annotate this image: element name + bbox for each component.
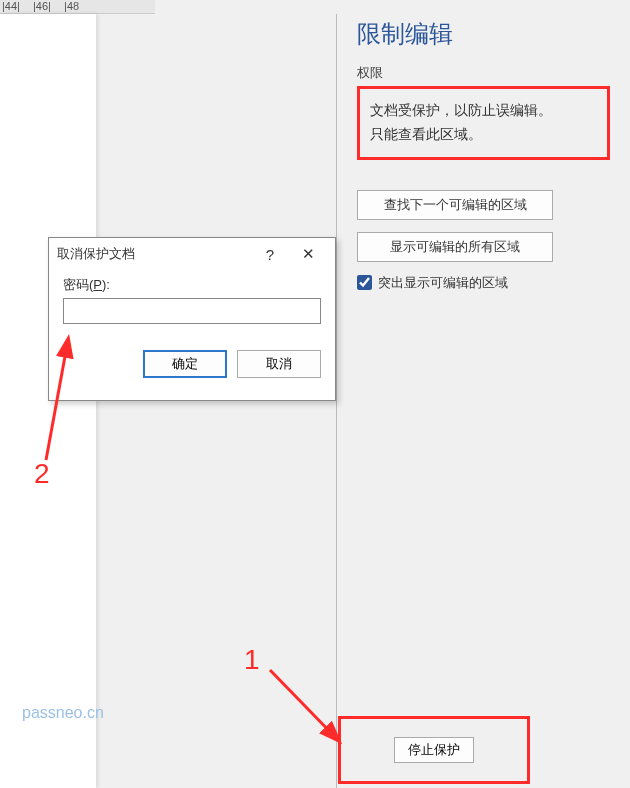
highlight-regions-checkbox-row[interactable]: 突出显示可编辑的区域 bbox=[357, 274, 610, 292]
ok-button[interactable]: 确定 bbox=[143, 350, 227, 378]
close-icon[interactable]: ✕ bbox=[289, 240, 327, 268]
dialog-title: 取消保护文档 bbox=[57, 245, 251, 263]
annotation-number-2: 2 bbox=[34, 458, 50, 490]
dialog-titlebar[interactable]: 取消保护文档 ? ✕ bbox=[49, 238, 335, 270]
stop-protection-button[interactable]: 停止保护 bbox=[394, 737, 474, 763]
watermark: passneo.cn bbox=[22, 704, 104, 722]
protection-info-box: 文档受保护，以防止误编辑。 只能查看此区域。 bbox=[357, 86, 610, 160]
find-next-region-button[interactable]: 查找下一个可编辑的区域 bbox=[357, 190, 553, 220]
ruler: |44| |46| |48 bbox=[0, 0, 155, 14]
unprotect-document-dialog: 取消保护文档 ? ✕ 密码(P): 确定 取消 bbox=[48, 237, 336, 401]
ruler-tick: |48 bbox=[64, 0, 79, 12]
restrict-editing-pane: 限制编辑 权限 文档受保护，以防止误编辑。 只能查看此区域。 查找下一个可编辑的… bbox=[337, 0, 630, 788]
ruler-tick: |46| bbox=[33, 0, 51, 12]
stop-protection-highlight-box: 停止保护 bbox=[338, 716, 530, 784]
highlight-regions-checkbox[interactable] bbox=[357, 275, 372, 290]
protection-info-line1: 文档受保护，以防止误编辑。 bbox=[370, 99, 597, 123]
password-label: 密码(P): bbox=[63, 276, 321, 294]
document-page[interactable] bbox=[0, 14, 96, 788]
svg-line-1 bbox=[270, 670, 338, 740]
cancel-button[interactable]: 取消 bbox=[237, 350, 321, 378]
password-input[interactable] bbox=[63, 298, 321, 324]
protection-info-line2: 只能查看此区域。 bbox=[370, 123, 597, 147]
show-all-regions-button[interactable]: 显示可编辑的所有区域 bbox=[357, 232, 553, 262]
annotation-number-1: 1 bbox=[244, 644, 260, 676]
help-icon[interactable]: ? bbox=[251, 240, 289, 268]
highlight-regions-label: 突出显示可编辑的区域 bbox=[378, 274, 508, 292]
permissions-label: 权限 bbox=[357, 64, 610, 82]
ruler-tick: |44| bbox=[2, 0, 20, 12]
pane-title: 限制编辑 bbox=[357, 18, 610, 50]
